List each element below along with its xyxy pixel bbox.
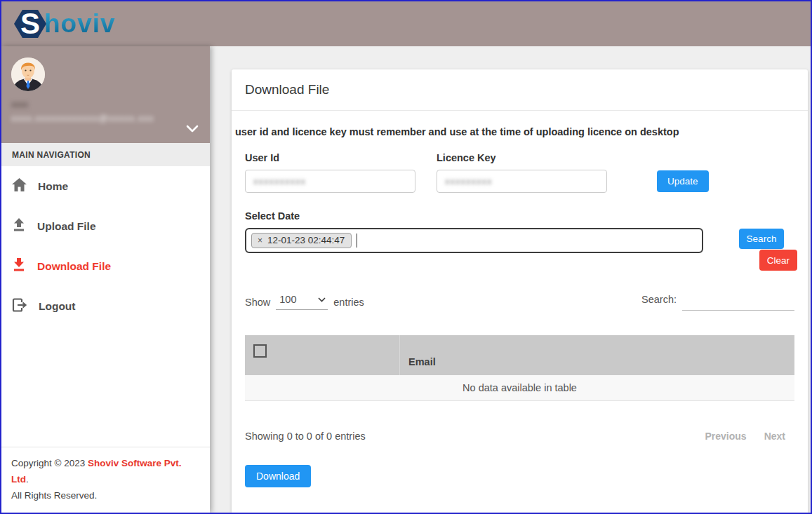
profile-email-redacted: xxxx.xxxxxxxxxxxx@xxxxx.xxx <box>11 113 200 123</box>
date-chip: × 12-01-23 02:44:47 <box>251 233 352 248</box>
sidebar-item-label: Home <box>38 180 68 193</box>
nav-section-title: MAIN NAVIGATION <box>1 143 210 166</box>
licence-key-group: Licence Key xxxxxxxxx <box>437 152 607 193</box>
download-file-card: Download File user id and licence key mu… <box>232 69 808 513</box>
entries-label: entries <box>333 297 364 308</box>
update-button[interactable]: Update <box>657 170 709 192</box>
profile-name-redacted: xxxx <box>11 100 200 109</box>
page-title: Download File <box>245 82 794 97</box>
date-row: × 12-01-23 02:44:47 Search Clear <box>245 228 794 274</box>
entries-info-text: Showing 0 to 0 of 0 entries <box>245 431 366 442</box>
sidebar-item-upload-file[interactable]: Upload File <box>1 206 210 246</box>
card-header: Download File <box>232 69 808 111</box>
table-empty-row: No data available in table <box>245 375 794 401</box>
table-info-row: Showing 0 to 0 of 0 entries Previous Nex… <box>245 431 794 442</box>
results-table: Email No data available in table <box>245 335 794 401</box>
copyright-text: Copyright © 2023 <box>11 458 88 468</box>
credentials-row: User Id xxxxxxxxxx Licence Key xxxxxxxxx… <box>245 152 794 193</box>
table-search-label: Search: <box>641 294 677 305</box>
table-controls: Show 100 entries Search: <box>245 294 794 311</box>
chevron-down-icon[interactable] <box>186 123 199 136</box>
sidebar-item-logout[interactable]: Logout <box>1 286 210 327</box>
select-date-label: Select Date <box>245 210 794 222</box>
avatar <box>11 58 45 91</box>
licence-key-label: Licence Key <box>437 152 607 163</box>
text-caret <box>357 234 357 248</box>
licence-key-value-redacted: xxxxxxxxx <box>445 176 493 187</box>
select-all-checkbox[interactable] <box>253 344 267 358</box>
user-id-value-redacted: xxxxxxxxxx <box>253 176 306 187</box>
select-date-section: Select Date × 12-01-23 02:44:47 Search C… <box>245 210 794 274</box>
download-button[interactable]: Download <box>245 465 311 487</box>
chip-remove-icon[interactable]: × <box>258 236 262 245</box>
table-search-group: Search: <box>641 294 794 311</box>
checkbox-column-header <box>245 335 400 375</box>
entries-per-page-value: 100 <box>279 294 296 305</box>
app-header: S hoviv <box>1 1 811 46</box>
table-header-row: Email <box>245 335 794 375</box>
sidebar-item-label: Logout <box>39 300 76 313</box>
email-column-header: Email <box>400 335 794 375</box>
table-search-input[interactable] <box>682 294 794 311</box>
date-chip-value: 12-01-23 02:44:47 <box>267 235 345 245</box>
clear-button[interactable]: Clear <box>759 250 797 271</box>
next-page-button[interactable]: Next <box>764 431 785 442</box>
shoviv-logo: S hoviv <box>14 9 116 39</box>
download-icon <box>12 258 26 274</box>
user-id-label: User Id <box>245 152 415 163</box>
copyright-period: . <box>26 474 29 485</box>
card-body: user id and licence key must remember an… <box>232 126 808 501</box>
entries-per-page-select[interactable]: 100 <box>276 294 328 310</box>
sidebar-footer: Copyright © 2023 Shoviv Software Pvt. Lt… <box>1 447 210 513</box>
main-content: Download File user id and licence key mu… <box>210 46 811 513</box>
sidebar-item-label: Upload File <box>37 220 96 233</box>
user-profile-panel: xxxx xxxx.xxxxxxxxxxxx@xxxxx.xxx <box>1 46 210 143</box>
licence-key-input[interactable]: xxxxxxxxx <box>437 170 607 193</box>
logout-icon <box>12 298 27 315</box>
pagination: Previous Next <box>705 431 786 442</box>
logo-letter: S <box>20 10 40 38</box>
sidebar-item-home[interactable]: Home <box>1 166 210 206</box>
sidebar: xxxx xxxx.xxxxxxxxxxxx@xxxxx.xxx MAIN NA… <box>1 46 210 513</box>
instruction-note: user id and licence key must remember an… <box>235 126 794 137</box>
show-label: Show <box>245 297 270 308</box>
logo-text: hoviv <box>44 9 116 39</box>
search-button[interactable]: Search <box>739 229 784 249</box>
select-chevron-icon <box>318 297 326 302</box>
home-icon <box>12 178 27 194</box>
upload-icon <box>12 218 26 234</box>
page-length-group: Show 100 entries <box>245 294 364 310</box>
user-id-group: User Id xxxxxxxxxx <box>245 152 415 193</box>
user-id-input[interactable]: xxxxxxxxxx <box>245 170 415 193</box>
select-date-input[interactable]: × 12-01-23 02:44:47 <box>245 228 703 253</box>
sidebar-item-label: Download File <box>37 260 111 273</box>
sidebar-item-download-file[interactable]: Download File <box>1 246 210 286</box>
previous-page-button[interactable]: Previous <box>705 431 747 442</box>
rights-text: All Rights Reserved. <box>11 490 97 501</box>
logo-hexagon-icon: S <box>14 10 46 38</box>
